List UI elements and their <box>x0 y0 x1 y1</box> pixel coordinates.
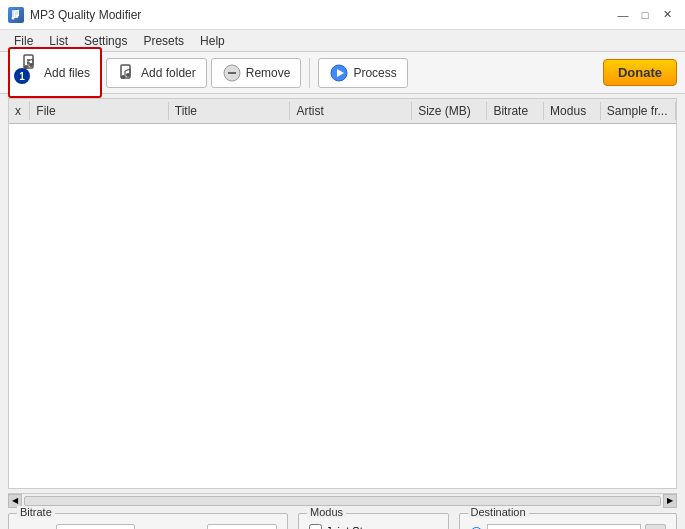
maximize-button[interactable]: □ <box>635 6 655 24</box>
modus-row: Joint Stereo <box>309 524 438 529</box>
menu-help[interactable]: Help <box>192 32 233 50</box>
dest-path-row: C:\Users\ADMIN\Dropbox\PC ... <box>470 524 666 529</box>
col-header-artist: Artist <box>290 102 412 120</box>
file-table-wrapper: x File Title Artist Size (MB) Bitrate Mo… <box>8 98 677 489</box>
add-files-button[interactable]: 1 Add files <box>8 47 102 98</box>
scroll-track[interactable] <box>24 496 661 506</box>
scroll-right-button[interactable]: ▶ <box>663 494 677 508</box>
menu-bar: File List Settings Presets Help <box>0 30 685 52</box>
horizontal-scrollbar[interactable]: ◀ ▶ <box>8 493 677 507</box>
svg-point-16 <box>126 73 130 77</box>
remove-button[interactable]: Remove <box>211 58 302 88</box>
bitrate-rate-select[interactable]: 128 130 160 192 256 320 <box>207 524 277 529</box>
close-button[interactable]: ✕ <box>657 6 677 24</box>
title-bar-left: MP3 Quality Modifier <box>8 7 141 23</box>
add-files-label: Add files <box>44 66 90 80</box>
process-button[interactable]: Process <box>318 58 407 88</box>
destination-panel-label: Destination <box>468 506 529 518</box>
bitrate-panel-label: Bitrate <box>17 506 55 518</box>
minimize-button[interactable]: — <box>613 6 633 24</box>
process-label: Process <box>353 66 396 80</box>
destination-panel: Destination C:\Users\ADMIN\Dropbox\PC ..… <box>459 513 677 529</box>
add-folder-button[interactable]: Add folder <box>106 58 207 88</box>
toolbar-separator <box>309 58 310 88</box>
donate-button[interactable]: Donate <box>603 59 677 86</box>
col-header-file: File <box>30 102 168 120</box>
joint-stereo-label: Joint Stereo <box>326 525 385 530</box>
app-icon <box>8 7 24 23</box>
window-title: MP3 Quality Modifier <box>30 8 141 22</box>
col-header-x: x <box>9 102 30 120</box>
col-header-modus: Modus <box>544 102 601 120</box>
modus-panel: Modus Joint Stereo Sample frequency 4410… <box>298 513 449 529</box>
col-header-title: Title <box>169 102 291 120</box>
main-content: x File Title Artist Size (MB) Bitrate Mo… <box>0 94 685 507</box>
remove-label: Remove <box>246 66 291 80</box>
modus-panel-label: Modus <box>307 506 346 518</box>
bitrate-mode-row: Mode: Average Constant Variable Rate (kb… <box>19 524 277 529</box>
dest-path-text: C:\Users\ADMIN\Dropbox\PC <box>487 524 641 529</box>
add-folder-label: Add folder <box>141 66 196 80</box>
add-folder-icon <box>117 63 137 83</box>
remove-icon <box>222 63 242 83</box>
add-files-icon-wrap: 1 <box>20 53 40 92</box>
toolbar: 1 Add files Add folder Remove <box>0 52 685 94</box>
col-header-bitrate: Bitrate <box>487 102 544 120</box>
table-body[interactable] <box>9 124 676 488</box>
table-header: x File Title Artist Size (MB) Bitrate Mo… <box>9 99 676 124</box>
col-header-size: Size (MB) <box>412 102 487 120</box>
joint-stereo-checkbox[interactable] <box>309 524 322 529</box>
window-controls: — □ ✕ <box>613 6 677 24</box>
menu-presets[interactable]: Presets <box>135 32 192 50</box>
joint-stereo-checkbox-label[interactable]: Joint Stereo <box>309 524 385 529</box>
browse-button[interactable]: ... <box>645 524 666 529</box>
title-bar: MP3 Quality Modifier — □ ✕ <box>0 0 685 30</box>
process-icon <box>329 63 349 83</box>
bitrate-mode-select[interactable]: Average Constant Variable <box>56 524 136 529</box>
bitrate-panel: Bitrate Mode: Average Constant Variable … <box>8 513 288 529</box>
bottom-section: Bitrate Mode: Average Constant Variable … <box>0 507 685 529</box>
col-header-sample: Sample fr... <box>601 102 676 120</box>
add-files-badge: 1 <box>14 68 30 84</box>
